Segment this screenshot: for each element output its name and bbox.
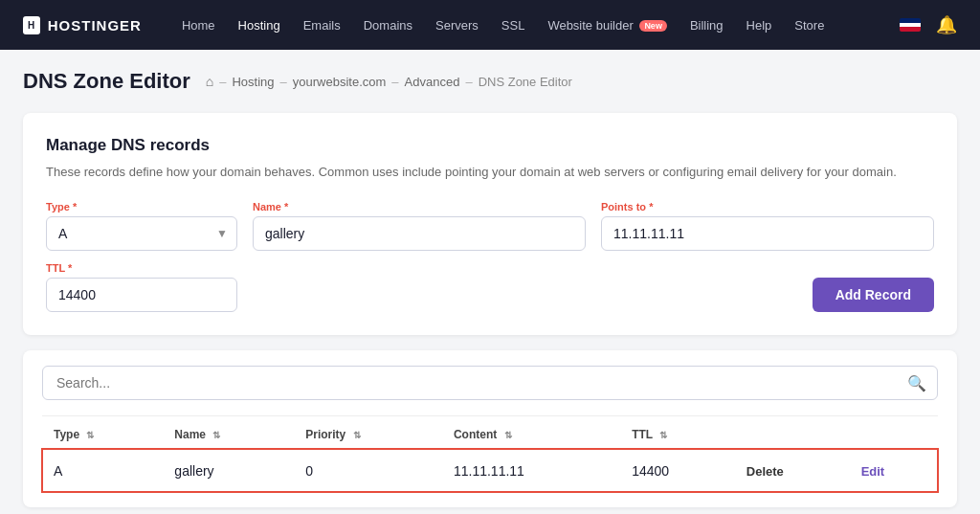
table-body: A gallery 0 11.11.11.11 14400 Delete Edi… [42,449,938,492]
add-record-button[interactable]: Add Record [813,278,934,312]
logo[interactable]: H HOSTINGER [23,16,142,34]
table-row: A gallery 0 11.11.11.11 14400 Delete Edi… [42,449,938,492]
breadcrumb-domain[interactable]: yourwebsite.com [293,75,387,89]
breadcrumb-sep-1: – [280,75,287,89]
navbar: H HOSTINGER Home Hosting Emails Domains … [0,0,980,50]
manage-dns-card: Manage DNS records These records define … [23,113,957,335]
sort-icon-content: ⇅ [504,430,512,440]
row-delete[interactable]: Delete [735,449,850,492]
ttl-label: TTL * [46,262,237,274]
form-row-2: TTL * Add Record [46,262,934,312]
search-input[interactable] [42,366,938,400]
page-title: DNS Zone Editor [23,69,190,94]
card-desc: These records define how your domain beh… [46,163,934,182]
breadcrumb-sep-2: – [391,75,398,89]
nav-home[interactable]: Home [172,12,225,38]
points-group: Points to * [601,201,934,251]
sort-icon-type: ⇅ [86,430,94,440]
language-flag[interactable] [900,18,921,32]
search-icon: 🔍 [907,373,926,391]
sort-icon-name: ⇅ [212,430,220,440]
type-label: Type * [46,201,237,212]
row-name: gallery [163,449,294,492]
row-content: 11.11.11.11 [442,449,620,492]
logo-text: HOSTINGER [48,17,142,34]
breadcrumb-sep-0: – [219,75,226,89]
col-content[interactable]: Content ⇅ [442,420,620,450]
breadcrumb-advanced[interactable]: Advanced [405,75,460,89]
table-head: Type ⇅ Name ⇅ Priority ⇅ Content ⇅ [42,420,938,450]
nav-right: 🔔 [900,14,957,35]
logo-icon: H [23,16,40,34]
dns-table: Type ⇅ Name ⇅ Priority ⇅ Content ⇅ [42,420,938,492]
breadcrumb-sep-3: – [465,75,472,89]
nav-website-builder[interactable]: Website builder New [538,12,677,38]
name-group: Name * [253,201,586,251]
edit-button[interactable]: Edit [861,464,885,479]
type-group: Type * A AAAA CNAME MX TXT ▼ [46,201,237,251]
notification-bell[interactable]: 🔔 [936,14,957,35]
col-actions-2 [850,420,938,450]
sort-icon-ttl: ⇅ [659,430,667,440]
delete-button[interactable]: Delete [746,464,784,479]
nav-hosting[interactable]: Hosting [229,12,290,38]
points-input[interactable] [601,216,934,251]
form-row-1: Type * A AAAA CNAME MX TXT ▼ Name * [46,201,934,251]
type-select[interactable]: A AAAA CNAME MX TXT [46,216,237,251]
name-input[interactable] [253,216,586,251]
breadcrumb-hosting[interactable]: Hosting [232,75,274,89]
table-divider [42,415,938,416]
row-priority: 0 [294,449,442,492]
page-header: DNS Zone Editor ⌂ – Hosting – yourwebsit… [23,69,957,94]
ttl-group: TTL * [46,262,237,312]
name-label: Name * [253,201,586,212]
nav-servers[interactable]: Servers [426,12,488,38]
nav-help[interactable]: Help [737,12,782,38]
breadcrumb: ⌂ – Hosting – yourwebsite.com – Advanced… [206,74,572,89]
nav-domains[interactable]: Domains [354,12,422,38]
col-name[interactable]: Name ⇅ [163,420,294,450]
col-actions [735,420,850,450]
points-label: Points to * [601,201,934,212]
breadcrumb-home[interactable]: ⌂ [206,74,213,89]
nav-billing[interactable]: Billing [680,12,733,38]
row-edit[interactable]: Edit [850,449,938,492]
breadcrumb-current: DNS Zone Editor [479,75,572,89]
nav-emails[interactable]: Emails [294,12,350,38]
col-type[interactable]: Type ⇅ [42,420,163,450]
ttl-input[interactable] [46,278,237,312]
col-priority[interactable]: Priority ⇅ [294,420,442,450]
card-title: Manage DNS records [46,136,934,155]
col-ttl[interactable]: TTL ⇅ [620,420,735,450]
nav-store[interactable]: Store [785,12,834,38]
sort-icon-priority: ⇅ [353,430,361,440]
page-content: DNS Zone Editor ⌂ – Hosting – yourwebsit… [0,50,980,514]
search-wrap: 🔍 [42,366,938,400]
type-select-wrap: A AAAA CNAME MX TXT ▼ [46,216,237,251]
new-badge: New [639,20,667,32]
nav-ssl[interactable]: SSL [492,12,535,38]
search-table-card: 🔍 Type ⇅ Name ⇅ Priority ⇅ [23,350,957,507]
row-ttl: 14400 [620,449,735,492]
row-type: A [42,449,163,492]
nav-links: Home Hosting Emails Domains Servers SSL … [172,12,900,38]
